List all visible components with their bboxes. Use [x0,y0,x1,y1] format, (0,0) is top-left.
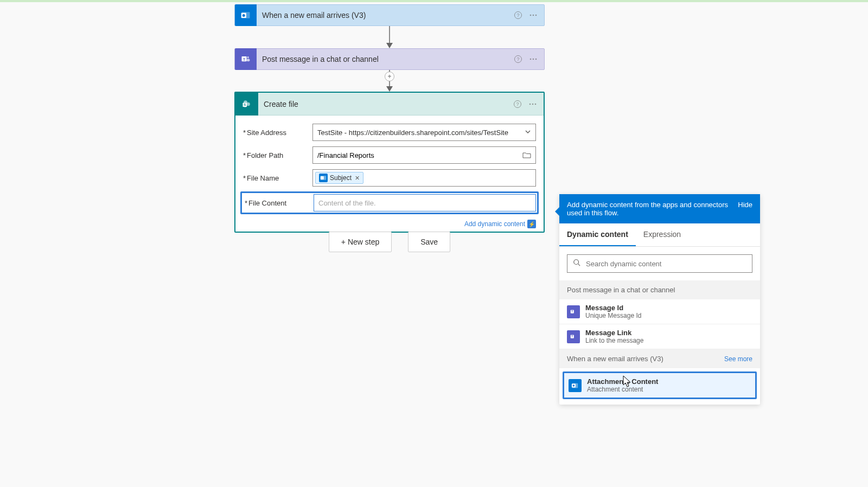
search-input[interactable] [586,260,746,268]
outlook-icon [319,174,328,182]
svg-rect-13 [247,59,250,61]
item-title: Message Link [585,329,643,337]
item-message-link[interactable]: T Message Link Link to the message [559,324,760,349]
more-icon[interactable] [529,55,538,63]
site-address-value: TestSite - https://citizenbuilders.share… [317,129,508,137]
search-box[interactable] [567,254,752,273]
create-file-body: *Site Address TestSite - https://citizen… [235,116,544,232]
item-message-id[interactable]: T Message Id Unique Message Id [559,299,760,324]
svg-point-30 [535,103,537,105]
folder-path-input[interactable]: /Financial Reports [312,146,536,164]
dynamic-content-icon: ⚡ [527,220,536,228]
file-content-row: *File Content Content of the file. [240,191,539,214]
item-desc: Link to the message [585,337,643,344]
folder-path-row: *Folder Path /Financial Reports [243,146,536,164]
panel-header: Add dynamic content from the apps and co… [559,194,760,223]
search-icon [573,259,580,268]
save-button[interactable]: Save [408,232,450,252]
item-desc: Unique Message Id [585,312,641,319]
svg-point-41 [573,385,575,387]
svg-text:T: T [243,57,246,62]
svg-point-29 [532,103,534,105]
site-address-dropdown[interactable]: TestSite - https://citizenbuilders.share… [312,124,536,141]
trigger-title: When a new email arrives (V3) [257,11,514,20]
panel-body [559,247,760,280]
panel-heading-text: Add dynamic content from the apps and co… [567,201,732,217]
svg-point-33 [574,260,579,265]
site-address-row: *Site Address TestSite - https://citizen… [243,123,536,142]
trigger-card[interactable]: When a new email arrives (V3) ? [234,4,545,26]
site-address-label: *Site Address [243,129,312,137]
group-teams: Post message in a chat or channel [559,280,760,299]
svg-rect-32 [321,176,324,180]
svg-marker-9 [386,43,393,48]
insert-step-button[interactable]: + [385,72,394,81]
outlook-icon [569,379,582,392]
item-attachments-content[interactable]: Attachments Content Attachment content [563,371,757,399]
file-name-input[interactable]: Subject ✕ [312,169,536,187]
tab-dynamic-content[interactable]: Dynamic content [559,223,636,246]
help-icon[interactable]: ? [513,100,522,108]
file-name-row: *File Name Subject ✕ [243,169,536,187]
teams-icon: T [567,330,580,343]
token-remove-icon[interactable]: ✕ [355,175,360,182]
svg-text:S: S [244,103,246,106]
subject-token[interactable]: Subject ✕ [315,172,363,184]
file-content-input[interactable]: Content of the file. [314,194,536,212]
more-icon[interactable] [529,11,538,20]
group-email: When a new email arrives (V3) See more [559,349,760,368]
svg-point-17 [533,59,534,60]
hide-link[interactable]: Hide [738,201,752,209]
teams-icon: T [567,305,580,318]
svg-point-7 [535,15,537,16]
svg-point-2 [242,14,245,17]
item-title: Attachments Content [587,377,658,386]
svg-text:?: ? [516,101,519,107]
file-name-label: *File Name [243,174,312,182]
svg-point-5 [530,15,532,16]
item-title: Message Id [585,304,641,312]
svg-point-28 [529,103,531,105]
new-step-button[interactable]: + New step [329,232,392,252]
more-icon[interactable] [528,100,537,108]
add-dynamic-content-link[interactable]: Add dynamic content ⚡ [464,220,536,228]
help-icon[interactable]: ? [514,11,522,20]
chevron-down-icon [525,129,531,137]
svg-point-18 [535,59,537,60]
token-label: Subject [330,174,352,182]
panel-tabs: Dynamic content Expression [559,223,760,247]
outlook-icon [235,4,257,26]
teams-title: Post message in a chat or channel [257,55,514,63]
svg-point-6 [533,15,534,16]
help-icon[interactable]: ? [514,55,522,63]
action-buttons: + New step Save [234,232,545,252]
flow-canvas: When a new email arrives (V3) ? T Post m… [0,2,868,487]
see-more-link[interactable]: See more [724,355,752,363]
svg-text:?: ? [516,12,519,18]
file-content-placeholder: Content of the file. [316,199,378,207]
create-file-card: S Create file ? *Site Address TestSite -… [234,92,545,233]
svg-point-12 [247,56,249,58]
svg-line-34 [578,264,580,266]
folder-path-label: *Folder Path [243,151,312,159]
panel-arrow-tip [555,207,559,216]
svg-point-16 [530,59,532,60]
tab-expression[interactable]: Expression [636,223,688,246]
create-file-title: Create file [258,100,513,108]
sharepoint-icon: S [235,93,258,116]
item-desc: Attachment content [587,386,658,393]
teams-icon: T [235,48,257,70]
create-file-header[interactable]: S Create file ? [235,93,544,116]
svg-point-22 [246,102,250,106]
file-content-label: *File Content [243,199,314,207]
svg-text:?: ? [516,56,519,62]
folder-path-value: /Financial Reports [317,151,374,159]
dynamic-content-panel: Add dynamic content from the apps and co… [559,194,760,405]
teams-card[interactable]: T Post message in a chat or channel ? [234,48,545,70]
svg-marker-20 [386,86,393,92]
folder-picker-icon[interactable] [522,151,531,159]
